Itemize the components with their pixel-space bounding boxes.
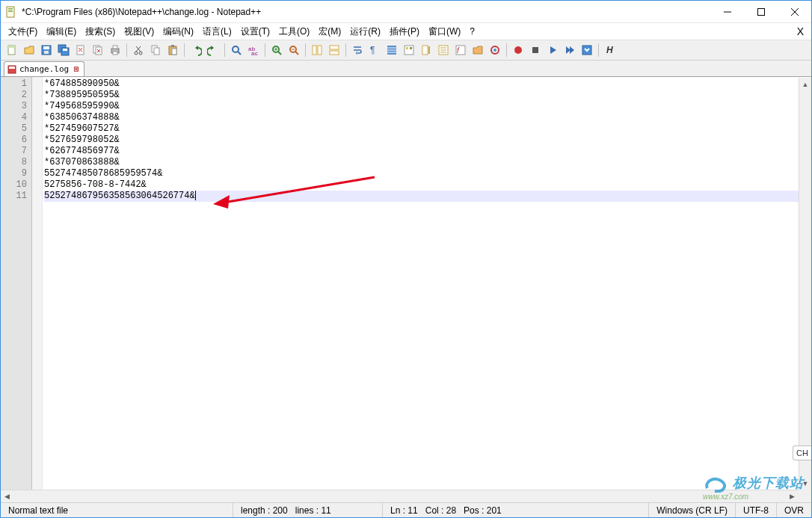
menu-run[interactable]: 运行(R)	[345, 24, 385, 40]
cut-icon[interactable]	[130, 42, 147, 58]
tab-modified-icon	[7, 65, 16, 74]
ime-indicator[interactable]: CH	[793, 445, 811, 460]
code-area[interactable]: *674885890950&*738895950595&*74956859599…	[43, 77, 811, 502]
svg-rect-69	[532, 47, 538, 53]
menu-view[interactable]: 视图(V)	[120, 24, 159, 40]
code-line[interactable]: 552747485078685959574&	[44, 168, 811, 179]
svg-rect-11	[43, 46, 49, 49]
window-title: *C:\Program Files (x86)\Notepad++\change…	[22, 7, 710, 17]
code-line[interactable]: *527459607527&	[44, 123, 811, 135]
save-all-icon[interactable]	[55, 42, 72, 58]
status-encoding[interactable]: UTF-8	[735, 503, 776, 517]
code-line[interactable]: *638506374888&	[44, 112, 811, 123]
horizontal-scrollbar[interactable]: ◀ ▶	[1, 490, 799, 502]
play-icon[interactable]	[544, 42, 561, 58]
menu-help[interactable]: ?	[465, 25, 479, 38]
save-macro-icon[interactable]	[579, 42, 595, 58]
print-icon[interactable]	[107, 42, 123, 58]
maximize-button[interactable]	[744, 1, 778, 22]
menu-plugins[interactable]: 插件(P)	[385, 24, 424, 40]
menu-settings[interactable]: 设置(T)	[236, 24, 274, 40]
menu-language[interactable]: 语言(L)	[198, 24, 236, 40]
code-line[interactable]: 5275856-708-8-7442&	[44, 179, 811, 191]
toolbar-separator	[126, 43, 127, 57]
svg-rect-5	[757, 8, 764, 15]
doc-list-icon[interactable]	[435, 42, 452, 58]
svg-rect-73	[9, 67, 15, 69]
svg-rect-9	[8, 46, 15, 48]
close-all-icon[interactable]	[90, 42, 106, 58]
line-number-gutter: 1234567891011	[1, 77, 32, 502]
new-file-icon[interactable]	[4, 42, 20, 58]
code-line[interactable]: *674885890950&	[44, 78, 811, 90]
svg-point-35	[233, 46, 239, 52]
scroll-track[interactable]	[13, 490, 786, 502]
h-switch-icon[interactable]: H	[602, 42, 618, 58]
func-list-icon[interactable]: f	[452, 42, 469, 58]
status-ins[interactable]: OVR	[776, 503, 811, 517]
code-line[interactable]: *637070863888&	[44, 157, 811, 168]
redo-icon[interactable]	[205, 42, 221, 58]
status-filetype: Normal text file	[1, 503, 233, 517]
tab-close-icon[interactable]: ⊠	[72, 65, 81, 74]
svg-rect-46	[313, 46, 316, 55]
menu-file[interactable]: 文件(F)	[4, 24, 42, 40]
svg-rect-12	[44, 51, 49, 54]
code-line[interactable]: *738895950595&	[44, 90, 811, 101]
tabbar: change.log ⊠	[1, 61, 811, 77]
scroll-left-icon[interactable]: ◀	[1, 490, 13, 502]
show-all-icon[interactable]: ¶	[366, 42, 383, 58]
svg-rect-2	[8, 10, 13, 10]
record-icon[interactable]	[510, 42, 526, 58]
play-multi-icon[interactable]	[562, 42, 578, 58]
svg-rect-48	[330, 46, 339, 49]
menu-window[interactable]: 窗口(W)	[424, 24, 465, 40]
menu-edit[interactable]: 编辑(E)	[42, 24, 81, 40]
zoom-in-icon[interactable]	[268, 42, 285, 58]
status-ln: Ln : 11	[390, 505, 418, 516]
svg-rect-57	[410, 47, 412, 49]
svg-rect-58	[422, 46, 428, 55]
copy-icon[interactable]	[147, 42, 164, 58]
toolbar-separator	[265, 43, 265, 57]
menubar-close-icon[interactable]: X	[793, 25, 808, 37]
close-button[interactable]	[778, 1, 811, 22]
zoom-out-icon[interactable]	[286, 42, 302, 58]
code-line[interactable]: 525274867956358563064526774&	[44, 191, 811, 202]
code-line[interactable]: *527659798052&	[44, 135, 811, 146]
menu-search[interactable]: 搜索(S)	[81, 24, 120, 40]
folder-icon[interactable]	[470, 42, 486, 58]
doc-map-icon[interactable]	[418, 42, 434, 58]
stop-icon[interactable]	[527, 42, 544, 58]
scroll-up-icon[interactable]: ▲	[799, 78, 811, 90]
undo-icon[interactable]	[188, 42, 204, 58]
status-position: Ln : 11 Col : 28 Pos : 201	[382, 503, 554, 517]
status-col: Col : 28	[425, 505, 456, 516]
svg-rect-34	[172, 49, 176, 55]
monitor-icon[interactable]	[487, 42, 503, 58]
scroll-track[interactable]	[799, 90, 811, 477]
toolbar-separator	[506, 43, 507, 57]
menu-macro[interactable]: 宏(M)	[314, 24, 345, 40]
find-icon[interactable]	[228, 42, 244, 58]
code-line[interactable]: *626774856977&	[44, 146, 811, 157]
svg-rect-15	[63, 49, 67, 51]
close-file-icon[interactable]	[73, 42, 89, 58]
vertical-scrollbar[interactable]: ▲ ▼	[799, 78, 811, 490]
ud-lang-icon[interactable]	[401, 42, 417, 58]
sync-h-icon[interactable]	[326, 42, 342, 58]
paste-icon[interactable]	[164, 42, 181, 58]
wordwrap-icon[interactable]	[349, 42, 366, 58]
replace-icon[interactable]: abac	[245, 42, 262, 58]
svg-point-68	[514, 46, 522, 54]
save-icon[interactable]	[38, 42, 55, 58]
status-eol[interactable]: Windows (CR LF)	[648, 503, 735, 517]
menu-encoding[interactable]: 编码(N)	[159, 24, 198, 40]
tab-change-log[interactable]: change.log ⊠	[4, 61, 84, 76]
code-line[interactable]: *749568595990&	[44, 101, 811, 112]
open-file-icon[interactable]	[21, 42, 37, 58]
minimize-button[interactable]	[710, 1, 744, 22]
menu-tools[interactable]: 工具(O)	[274, 24, 314, 40]
sync-v-icon[interactable]	[309, 42, 325, 58]
indent-guide-icon[interactable]	[384, 42, 400, 58]
